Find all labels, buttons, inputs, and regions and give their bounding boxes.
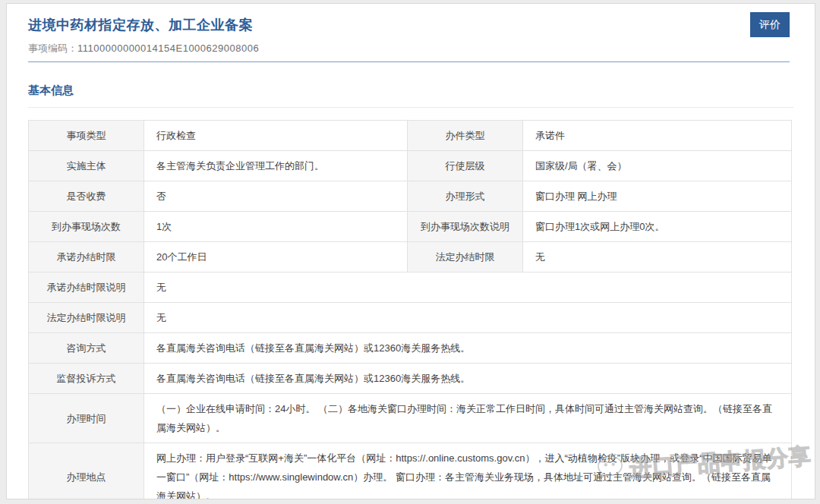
row-label: 咨询方式 bbox=[29, 333, 144, 364]
table-row: 承诺办结时限说明 无 bbox=[29, 272, 792, 303]
row-value: 1次 bbox=[144, 212, 408, 242]
item-code-label: 事项编码： bbox=[28, 43, 77, 54]
row-value: 20个工作日 bbox=[144, 242, 408, 272]
row-value: 窗口办理1次或网上办理0次。 bbox=[523, 212, 792, 242]
row-label: 法定办结时限 bbox=[408, 242, 523, 272]
row-value: 网上办理：用户登录“互联网+海关”一体化平台（网址：https://.onlin… bbox=[144, 443, 792, 500]
row-value: 窗口办理 网上办理 bbox=[523, 181, 792, 212]
table-row: 实施主体 各主管海关负责企业管理工作的部门。 行使层级 国家级/局（署、会） bbox=[29, 151, 792, 181]
table-row: 咨询方式 各直属海关咨询电话（链接至各直属海关网站）或12360海关服务热线。 bbox=[29, 333, 792, 364]
row-value: 否 bbox=[144, 181, 408, 212]
row-label: 办理地点 bbox=[29, 443, 144, 500]
row-value: （一）企业在线申请时间：24小时。 （二）各地海关窗口办理时间：海关正常工作日时… bbox=[144, 394, 792, 443]
section-title-basic-info: 基本信息 bbox=[28, 83, 790, 98]
content-card: 进境中药材指定存放、加工企业备案 事项编码：11100000000014154E… bbox=[6, 3, 815, 499]
table-row: 监督投诉方式 各直属海关咨询电话（链接至各直属海关网站）或12360海关服务热线… bbox=[29, 364, 792, 394]
row-label: 办件类型 bbox=[408, 121, 523, 151]
row-value: 承诺件 bbox=[523, 121, 792, 151]
row-label: 行使层级 bbox=[408, 151, 523, 181]
table-row: 法定办结时限说明 无 bbox=[29, 303, 792, 333]
row-label: 监督投诉方式 bbox=[29, 364, 144, 394]
row-value: 无 bbox=[144, 272, 792, 303]
row-value: 各直属海关咨询电话（链接至各直属海关网站）或12360海关服务热线。 bbox=[144, 333, 792, 364]
table-row: 承诺办结时限 20个工作日 法定办结时限 无 bbox=[29, 242, 792, 272]
row-value: 无 bbox=[144, 303, 792, 333]
row-label: 到办事现场次数 bbox=[29, 212, 144, 242]
table-row: 是否收费 否 办理形式 窗口办理 网上办理 bbox=[29, 181, 792, 212]
table-row: 事项类型 行政检查 办件类型 承诺件 bbox=[29, 121, 792, 151]
row-label: 事项类型 bbox=[29, 121, 144, 151]
table-row: 办理地点 网上办理：用户登录“互联网+海关”一体化平台（网址：https://.… bbox=[29, 443, 792, 500]
row-value: 国家级/局（署、会） bbox=[523, 151, 792, 181]
item-code-value: 11100000000014154E1000629008006 bbox=[77, 43, 259, 54]
item-code-line: 事项编码：11100000000014154E1000629008006 bbox=[28, 42, 790, 55]
row-value: 行政检查 bbox=[144, 121, 408, 151]
evaluate-button[interactable]: 评价 bbox=[750, 12, 790, 37]
row-value: 各主管海关负责企业管理工作的部门。 bbox=[144, 151, 408, 181]
row-value: 无 bbox=[523, 242, 792, 272]
table-row: 办理时间 （一）企业在线申请时间：24小时。 （二）各地海关窗口办理时间：海关正… bbox=[29, 394, 792, 443]
row-label: 是否收费 bbox=[29, 181, 144, 212]
row-label: 到办事现场次数说明 bbox=[408, 212, 523, 242]
row-label: 办理时间 bbox=[29, 394, 144, 443]
row-label: 法定办结时限说明 bbox=[29, 303, 144, 333]
row-label: 承诺办结时限 bbox=[29, 242, 144, 272]
page-title: 进境中药材指定存放、加工企业备案 bbox=[28, 16, 790, 34]
row-value: 各直属海关咨询电话（链接至各直属海关网站）或12360海关服务热线。 bbox=[144, 364, 792, 394]
row-label: 实施主体 bbox=[29, 151, 144, 181]
table-row: 到办事现场次数 1次 到办事现场次数说明 窗口办理1次或网上办理0次。 bbox=[29, 212, 792, 242]
page-header: 进境中药材指定存放、加工企业备案 事项编码：11100000000014154E… bbox=[7, 4, 815, 55]
basic-info-table: 事项类型 行政检查 办件类型 承诺件 实施主体 各主管海关负责企业管理工作的部门… bbox=[28, 120, 792, 499]
header-divider bbox=[28, 61, 790, 62]
row-label: 办理形式 bbox=[408, 181, 523, 212]
section-divider bbox=[28, 107, 793, 108]
row-label: 承诺办结时限说明 bbox=[29, 272, 144, 303]
